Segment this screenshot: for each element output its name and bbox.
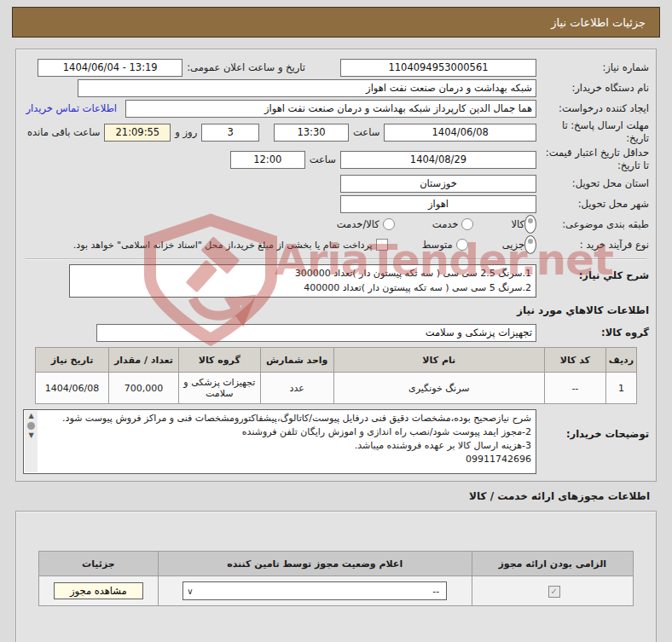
radio-goods[interactable] — [524, 215, 536, 234]
radio-goods-service[interactable] — [383, 218, 395, 230]
scroll-up-icon[interactable]: ▲ — [28, 413, 33, 419]
page-title-text: جزئیات اطلاعات نیاز — [551, 16, 646, 29]
radio-goods-service-label: کالا/خدمت — [337, 218, 379, 230]
goods-col-name: نام کالا — [333, 348, 544, 373]
buyer-org-field[interactable] — [78, 79, 536, 97]
buyer-notes-label: توضیحات خریدار: — [536, 409, 649, 441]
goods-col-date: تاریخ نیاز — [36, 348, 109, 373]
price-validity-label: حداقل تاریخ اعتبار قیمت: تا تاریخ: — [536, 147, 649, 172]
licenses-section-title: اطلاعات مجوزهای ارائه خدمت / کالا — [22, 490, 650, 502]
license-col-details: جزئیات — [39, 552, 159, 576]
row-purchase-type: نوع فرآیند خرید : جزیی متوسط پرداخت تمام… — [23, 235, 649, 254]
response-deadline-date-field[interactable] — [384, 124, 536, 142]
license-details-cell: مشاهده مجوز — [39, 576, 159, 606]
radio-minor[interactable] — [524, 235, 536, 254]
remaining-time-label: ساعت باقی مانده — [23, 126, 104, 138]
row-buyer-org: نام دستگاه خریدار: — [23, 78, 649, 97]
row-goods-group: گروه کالا: — [23, 323, 649, 342]
announce-datetime-field[interactable] — [38, 59, 182, 77]
goods-cell-unit: عدد — [260, 373, 333, 404]
row-delivery-city: شهر محل تحویل: — [23, 194, 649, 213]
need-number-label: شماره نیاز: — [536, 61, 649, 74]
need-desc-line: 1.سرنگ 2.5 سی سی ( سه تکه پیستون دار )تع… — [74, 267, 531, 281]
remaining-days-field[interactable] — [201, 124, 259, 142]
goods-col-qty: تعداد / مقدار — [109, 348, 179, 373]
radio-medium[interactable] — [456, 239, 468, 251]
subject-class-option-service: خدمت — [432, 218, 474, 230]
goods-cell-name: سرنگ خونگیری — [333, 373, 544, 404]
radio-service[interactable] — [461, 218, 473, 230]
row-delivery-province: استان محل تحویل: — [23, 174, 649, 193]
goods-col-group: گروه کالا — [178, 348, 260, 373]
buyer-notes-line: 3-هزینه ارسال کالا بر عهده فروشنده میباش… — [41, 439, 531, 453]
need-desc-textarea[interactable]: 1.سرنگ 2.5 سی سی ( سه تکه پیستون دار )تع… — [69, 264, 536, 298]
radio-goods-label: کالا — [511, 218, 524, 230]
delivery-province-field[interactable] — [340, 175, 536, 193]
goods-table-row: 1 -- سرنگ خونگیری عدد تجهیزات پزشکی و سل… — [36, 373, 637, 404]
scroll-down-icon[interactable]: ▼ — [28, 432, 33, 439]
goods-group-label: گروه کالا: — [536, 327, 649, 339]
remaining-time-field[interactable] — [104, 124, 171, 142]
row-need-desc: شرح کلي نیاز: 1.سرنگ 2.5 سی سی ( سه تکه … — [23, 264, 649, 298]
goods-col-row: ردیف — [605, 348, 636, 373]
delivery-province-label: استان محل تحویل: — [536, 177, 649, 190]
row-subject-class: طبقه بندی موضوعی: کالا خدمت کالا/خدمت — [23, 215, 649, 234]
row-response-deadline: مهلت ارسال پاسخ: تا تاریخ: ساعت روز و سا… — [23, 119, 649, 145]
license-status-select[interactable]: ∨ -- — [182, 581, 447, 600]
goods-col-unit: واحد شمارش — [260, 348, 333, 373]
radio-minor-label: جزیی — [502, 239, 524, 251]
buyer-org-label: نام دستگاه خریدار: — [536, 82, 649, 95]
row-buyer-notes: توضیحات خریدار: شرح نیازصحیح بوده،مشخصات… — [23, 409, 649, 474]
need-details-page: { "title_bar": { "text": "جزئیات اطلاعات… — [0, 0, 672, 642]
treasury-note-label: پرداخت تمام یا بخشی از مبلغ خرید،از محل … — [73, 240, 373, 251]
radio-service-label: خدمت — [432, 218, 459, 230]
row-need-number: شماره نیاز: تاریخ و ساعت اعلان عمومی: — [23, 58, 649, 77]
need-details-panel: شماره نیاز: تاریخ و ساعت اعلان عمومی: نا… — [15, 49, 657, 482]
goods-table: ردیف کد کالا نام کالا واحد شمارش گروه کا… — [35, 347, 637, 404]
response-deadline-time-field[interactable] — [274, 124, 349, 142]
treasury-checkbox[interactable] — [376, 239, 388, 251]
buyer-notes-line: 2-مجوز ایمد پیوست شود/نصب راه اندازی و ا… — [41, 425, 531, 439]
licenses-header-row: الزامی بودن ارائه مجوز اعلام وضعیت مجوز … — [39, 552, 634, 576]
buyer-contact-link[interactable]: اطلاعات تماس خریدار — [26, 102, 117, 114]
request-creator-label: ایجاد کننده درخواست: — [536, 102, 649, 115]
need-number-field[interactable] — [340, 59, 536, 77]
licenses-data-row: ✓ ∨ -- مشاهده مجوز — [39, 576, 634, 606]
row-price-validity: حداقل تاریخ اعتبار قیمت: تا تاریخ: ساعت — [23, 147, 649, 172]
license-col-required: الزامی بودن ارائه مجوز — [472, 552, 633, 576]
goods-group-field[interactable] — [96, 324, 536, 342]
subject-class-option-goods: کالا — [511, 215, 536, 234]
licenses-table: الزامی بودن ارائه مجوز اعلام وضعیت مجوز … — [38, 551, 634, 606]
notes-scrollbar[interactable]: ▲ ▼ — [25, 411, 38, 472]
view-license-button[interactable]: مشاهده مجوز — [54, 582, 143, 599]
announce-datetime-label: تاریخ و ساعت اعلان عمومی: — [182, 61, 310, 73]
goods-info-header: اطلاعات کالاهاي مورد نیاز — [517, 304, 649, 316]
row-request-creator: ایجاد کننده درخواست: اطلاعات تماس خریدار — [23, 99, 649, 118]
response-deadline-label: مهلت ارسال پاسخ: تا تاریخ: — [536, 119, 649, 145]
purchase-type-option-medium: متوسط — [422, 239, 468, 251]
price-validity-time-field[interactable] — [230, 151, 305, 169]
goods-cell-group: تجهیزات پزشکی و سلامت — [178, 373, 260, 404]
price-validity-hour-label: ساعت — [305, 153, 340, 165]
delivery-city-label: شهر محل تحویل: — [536, 198, 649, 211]
goods-cell-row: 1 — [605, 373, 636, 404]
divider — [25, 258, 647, 260]
price-validity-date-field[interactable] — [340, 151, 536, 169]
license-col-status: اعلام وضعیت مجوز توسط تامین کننده — [158, 552, 472, 576]
license-required-cell: ✓ — [472, 576, 633, 606]
scrollbar-thumb[interactable] — [27, 422, 35, 430]
buyer-notes-line: شرح نیازصحیح بوده،مشخصات دقیق فنی درفایل… — [41, 412, 531, 425]
purchase-type-option-minor: جزیی — [502, 235, 536, 254]
goods-cell-date: 1404/06/08 — [36, 373, 109, 404]
request-creator-field[interactable] — [125, 100, 536, 118]
goods-table-header-row: ردیف کد کالا نام کالا واحد شمارش گروه کا… — [36, 348, 637, 373]
license-status-value: -- — [197, 586, 447, 597]
license-required-checkbox[interactable]: ✓ — [548, 586, 560, 598]
delivery-city-field[interactable] — [340, 195, 536, 213]
goods-cell-code: -- — [544, 373, 605, 404]
buyer-notes-textarea[interactable]: شرح نیازصحیح بوده،مشخصات دقیق فنی درفایل… — [23, 409, 536, 474]
page-title: جزئیات اطلاعات نیاز — [12, 7, 660, 38]
subject-class-label: طبقه بندی موضوعی: — [536, 218, 649, 231]
buyer-notes-line: 09911742696 — [41, 453, 531, 466]
need-desc-label: شرح کلي نیاز: — [536, 264, 649, 282]
